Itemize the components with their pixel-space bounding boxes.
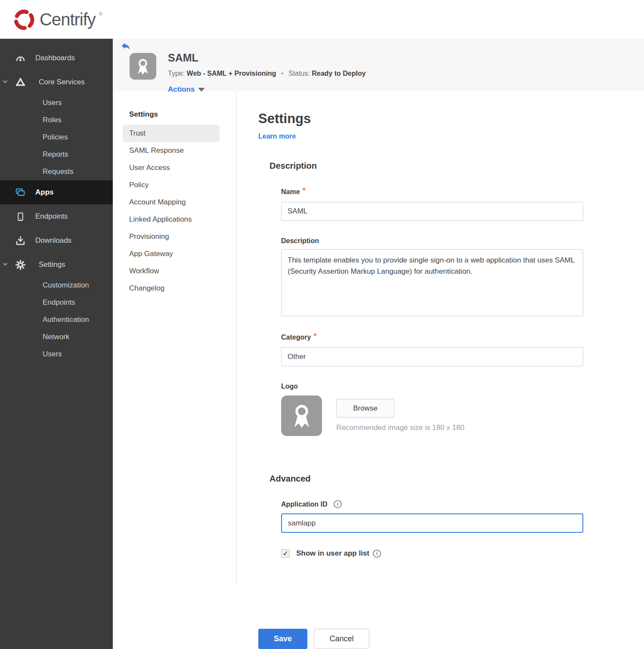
name-label: Name *: [281, 187, 583, 197]
info-icon[interactable]: i: [334, 500, 342, 508]
subnav-item-trust[interactable]: Trust: [123, 125, 220, 142]
subnav-item-user-access[interactable]: User Access: [123, 159, 220, 176]
show-in-user-app-list-label: Show in user app list: [296, 549, 369, 558]
name-field[interactable]: [281, 202, 583, 221]
sidebar-item-downloads[interactable]: Downloads: [0, 229, 113, 253]
subnav-item-label: Policy: [129, 181, 149, 189]
award-ribbon-icon: [132, 56, 154, 77]
subnav-item-label: Workflow: [129, 267, 159, 275]
dashboard-gauge-icon: [15, 53, 26, 64]
sidebar-item-settings-endpoints[interactable]: Endpoints: [0, 294, 113, 311]
app-meta: Type: Web - SAML + Provisioning • Status…: [168, 70, 366, 77]
sidebar-item-label: Apps: [35, 188, 54, 197]
sidebar-item-reports[interactable]: Reports: [0, 146, 113, 163]
apps-icon: [15, 187, 26, 198]
logo-preview: [281, 396, 322, 436]
sidebar-subitem-label: Endpoints: [43, 298, 75, 307]
category-field[interactable]: [281, 347, 583, 366]
type-label: Type:: [168, 70, 185, 77]
gear-icon: [15, 259, 26, 270]
subnav-item-label: Linked Applications: [129, 215, 192, 224]
application-id-label: Application ID i: [281, 500, 583, 508]
subnav-item-label: Changelog: [129, 284, 164, 293]
subnav-item-app-gateway[interactable]: App Gateway: [123, 245, 220, 263]
back-arrow-icon[interactable]: [121, 42, 131, 52]
sidebar-item-roles[interactable]: Roles: [0, 111, 113, 129]
sidebar-item-settings-users[interactable]: Users: [0, 346, 113, 363]
app-title: SAML: [168, 52, 366, 64]
sidebar-subitem-label: Network: [43, 333, 69, 341]
status-label: Status:: [288, 70, 310, 77]
sidebar-item-core-services[interactable]: Core Services: [0, 70, 113, 94]
sidebar-item-label: Downloads: [35, 236, 71, 245]
subnav-item-account-mapping[interactable]: Account Mapping: [123, 194, 220, 211]
settings-subnav: Settings Trust SAML Response User Access…: [113, 91, 237, 586]
application-id-field[interactable]: [281, 513, 583, 533]
sidebar-item-settings[interactable]: Settings: [0, 253, 113, 277]
subnav-item-policy[interactable]: Policy: [123, 176, 220, 194]
sidebar-item-label: Settings: [39, 260, 65, 269]
subnav-item-label: Account Mapping: [129, 198, 186, 207]
sidebar-item-dashboards[interactable]: Dashboards: [0, 46, 113, 70]
save-button[interactable]: Save: [258, 629, 307, 649]
type-value: Web - SAML + Provisioning: [187, 70, 276, 77]
subnav-item-provisioning[interactable]: Provisioning: [123, 228, 220, 245]
description-section-heading: Description: [269, 161, 583, 171]
meta-separator: •: [281, 70, 284, 77]
subnav-item-label: App Gateway: [129, 250, 173, 258]
settings-form: Settings Learn more Description Name * D…: [237, 91, 583, 649]
top-bar: Centrify ®: [0, 0, 644, 39]
subnav-item-label: SAML Response: [129, 146, 184, 155]
required-marker: *: [303, 186, 306, 195]
sidebar-subitem-label: Roles: [43, 116, 61, 124]
chevron-down-icon: [198, 88, 205, 92]
sidebar-item-endpoints[interactable]: Endpoints: [0, 204, 113, 229]
sidebar-item-label: Dashboards: [35, 54, 75, 62]
sidebar-subitem-label: Policies: [43, 133, 68, 142]
app-logo-badge: [130, 53, 156, 80]
sidebar-subitem-label: Users: [43, 350, 62, 358]
centrify-swirl-icon: [12, 7, 36, 32]
subnav-item-label: User Access: [129, 164, 170, 172]
subnav-item-label: Provisioning: [129, 232, 169, 241]
learn-more-link[interactable]: Learn more: [258, 133, 296, 140]
logo-label: Logo: [281, 383, 583, 390]
required-marker: *: [313, 331, 316, 341]
sidebar-item-customization[interactable]: Customization: [0, 277, 113, 294]
show-in-user-app-list-checkbox[interactable]: ✓: [281, 549, 290, 558]
sidebar-item-policies[interactable]: Policies: [0, 129, 113, 146]
sidebar-subitem-label: Authentication: [43, 315, 89, 324]
sidebar-item-network[interactable]: Network: [0, 328, 113, 346]
browse-button[interactable]: Browse: [336, 399, 394, 417]
subnav-item-saml-response[interactable]: SAML Response: [123, 142, 220, 159]
cancel-button[interactable]: Cancel: [314, 629, 369, 649]
app-header: SAML Type: Web - SAML + Provisioning • S…: [113, 39, 644, 91]
brand-trademark: ®: [99, 11, 102, 16]
info-icon[interactable]: i: [373, 550, 381, 558]
description-field[interactable]: This template enables you to provide sin…: [281, 249, 583, 316]
brand-name: Centrify: [40, 7, 96, 32]
category-label: Category *: [281, 333, 583, 342]
subnav-item-changelog[interactable]: Changelog: [123, 280, 220, 297]
sidebar-item-apps[interactable]: Apps: [0, 180, 113, 204]
page-title: Settings: [258, 111, 583, 127]
description-label: Description: [281, 237, 583, 245]
checkmark-icon: ✓: [283, 550, 288, 557]
sidebar-subitem-label: Reports: [43, 150, 68, 159]
chevron-down-icon: [2, 78, 9, 85]
sidebar-item-requests[interactable]: Requests: [0, 163, 113, 180]
sidebar-subitem-label: Customization: [43, 281, 89, 290]
sidebar: Dashboards Core Services Users Roles Pol…: [0, 39, 113, 649]
mobile-device-icon: [15, 211, 26, 222]
subnav-item-workflow[interactable]: Workflow: [123, 263, 220, 280]
actions-menu-button[interactable]: Actions: [168, 85, 366, 94]
centrify-logo: Centrify ®: [12, 7, 102, 32]
sidebar-subitem-label: Users: [43, 99, 62, 107]
sidebar-item-users[interactable]: Users: [0, 94, 113, 111]
logo-size-hint: Recommended image size is 180 x 180: [336, 423, 464, 432]
actions-label: Actions: [168, 85, 195, 94]
core-services-icon: [15, 77, 26, 88]
subnav-item-linked-applications[interactable]: Linked Applications: [123, 211, 220, 228]
sidebar-item-label: Endpoints: [35, 212, 68, 221]
sidebar-item-authentication[interactable]: Authentication: [0, 311, 113, 328]
